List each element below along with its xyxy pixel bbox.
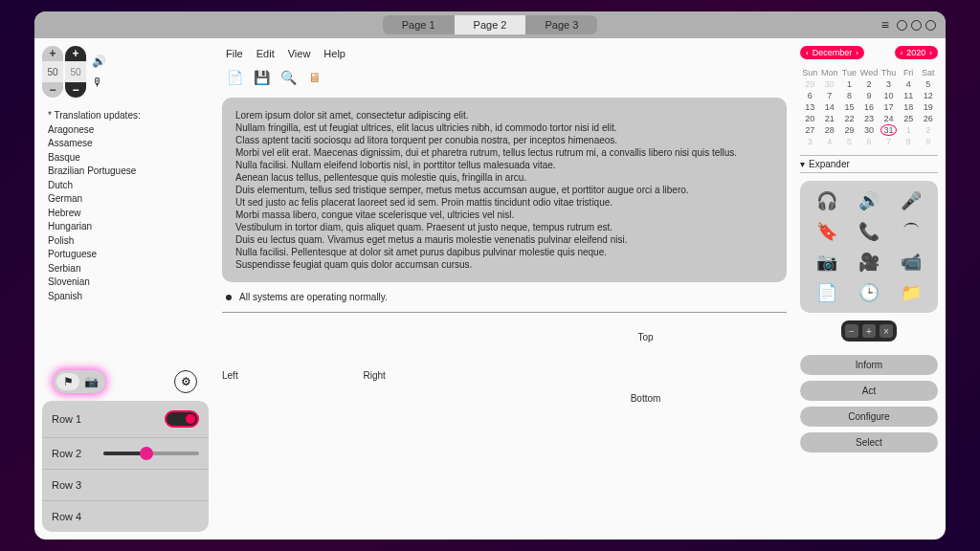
microphone-icon[interactable]: 🎤 — [901, 190, 922, 211]
expander-header[interactable]: ▾ Expander — [800, 155, 938, 173]
camera-icon[interactable]: 📷 — [816, 252, 837, 273]
year-next-button[interactable]: › — [929, 49, 932, 57]
menu-help[interactable]: Help — [323, 48, 345, 59]
row-4[interactable]: Row 4 — [42, 501, 209, 532]
spinner-dark-plus[interactable]: + — [65, 46, 86, 61]
year-prev-button[interactable]: ‹ — [901, 49, 903, 57]
configure-button[interactable]: Configure — [800, 407, 938, 427]
camera-icon[interactable]: 📷 — [79, 373, 102, 390]
list-item[interactable]: Basque — [48, 151, 203, 165]
hangup-icon[interactable]: ⏜ — [903, 221, 919, 242]
calendar-day[interactable]: 14 — [820, 101, 840, 113]
calendar-day[interactable]: 1 — [839, 78, 859, 90]
document-icon[interactable]: 📄 — [224, 67, 245, 88]
month-next-button[interactable]: › — [856, 49, 858, 57]
list-item[interactable]: Serbian — [48, 262, 203, 276]
calendar-day[interactable]: 23 — [859, 113, 880, 124]
window-close-button[interactable] — [925, 20, 936, 31]
calendar-day[interactable]: 6 — [859, 136, 880, 147]
list-item[interactable]: Slovenian — [48, 276, 203, 290]
calendar-day[interactable]: 26 — [918, 113, 938, 124]
row-2-slider[interactable] — [103, 452, 199, 455]
tab-page-1[interactable]: Page 1 — [383, 15, 455, 34]
window-max-button[interactable] — [911, 20, 922, 31]
menu-view[interactable]: View — [288, 48, 311, 59]
list-item[interactable]: Dutch — [48, 179, 203, 193]
movie-icon[interactable]: 🎥 — [858, 252, 880, 273]
calendar-day[interactable]: 17 — [879, 101, 899, 113]
volume-icon[interactable]: 🔊 — [858, 190, 880, 211]
list-item[interactable]: Portuguese — [48, 248, 203, 262]
calendar-day[interactable]: 21 — [820, 113, 840, 124]
menu-file[interactable]: File — [226, 48, 243, 59]
calendar-day[interactable]: 5 — [839, 136, 859, 147]
calendar-day[interactable]: 20 — [800, 113, 820, 124]
folder-icon[interactable]: 📁 — [901, 282, 922, 303]
calendar-day[interactable]: 19 — [918, 101, 938, 113]
calendar-day[interactable]: 15 — [839, 101, 859, 113]
calendar-day[interactable]: 12 — [918, 90, 938, 101]
row-2[interactable]: Row 2 — [42, 438, 209, 470]
calendar-day[interactable]: 6 — [800, 90, 820, 101]
calendar-day[interactable]: 1 — [899, 124, 919, 136]
list-item[interactable]: Brazilian Portuguese — [48, 165, 203, 179]
plus-button[interactable]: + — [862, 324, 876, 338]
calendar-day[interactable]: 3 — [800, 136, 820, 147]
calendar-day[interactable]: 31 — [879, 124, 899, 136]
calendar-day[interactable]: 16 — [859, 101, 880, 113]
calendar-day[interactable]: 29 — [800, 78, 820, 90]
calendar-day[interactable]: 3 — [879, 78, 899, 90]
select-button[interactable]: Select — [800, 432, 938, 452]
list-item[interactable]: Polish — [48, 234, 203, 249]
calendar-day[interactable]: 22 — [839, 113, 859, 124]
calendar-day[interactable]: 28 — [820, 124, 840, 136]
bookmark-add-icon[interactable]: 🔖 — [816, 221, 837, 242]
row-1[interactable]: Row 1 — [42, 401, 209, 438]
list-item[interactable]: German — [48, 192, 203, 207]
calendar-day[interactable]: 25 — [899, 113, 919, 124]
headphones-icon[interactable]: 🎧 — [816, 190, 837, 211]
minus-button[interactable]: − — [845, 324, 858, 338]
calendar-day[interactable]: 10 — [879, 90, 899, 101]
flag-icon[interactable]: ⚑ — [56, 373, 79, 390]
list-item[interactable]: Hungarian — [48, 220, 203, 234]
calendar-day[interactable]: 30 — [820, 78, 840, 90]
list-item[interactable]: Hebrew — [48, 207, 203, 221]
tab-page-2[interactable]: Page 2 — [455, 15, 526, 34]
inform-button[interactable]: Inform — [800, 355, 938, 375]
speaker-icon[interactable]: 🔊 — [92, 55, 106, 68]
spinner-light-minus[interactable]: − — [42, 82, 63, 98]
mic-icon[interactable]: 🎙 — [92, 76, 106, 89]
video-icon[interactable]: 📹 — [901, 252, 922, 273]
act-button[interactable]: Act — [800, 381, 938, 401]
calendar-day[interactable]: 4 — [820, 136, 840, 147]
close-button[interactable]: × — [880, 324, 893, 338]
calendar-day[interactable]: 8 — [899, 136, 919, 147]
calendar-day[interactable]: 29 — [839, 124, 859, 136]
monitor-icon[interactable]: 🖥 — [304, 67, 325, 88]
calendar-day[interactable]: 7 — [820, 90, 840, 101]
calendar-day[interactable]: 5 — [918, 78, 938, 90]
calendar-day[interactable]: 27 — [800, 124, 820, 136]
month-prev-button[interactable]: ‹ — [806, 49, 809, 57]
calendar-day[interactable]: 24 — [879, 113, 899, 124]
list-item[interactable]: Spanish — [48, 290, 203, 304]
calendar-day[interactable]: 8 — [839, 90, 859, 101]
spinner-light-plus[interactable]: + — [42, 46, 63, 61]
spinner-dark-minus[interactable]: − — [65, 82, 86, 98]
clock-icon[interactable]: 🕒 — [858, 282, 880, 303]
phone-icon[interactable]: 📞 — [858, 221, 880, 242]
hamburger-icon[interactable]: ≡ — [881, 17, 889, 33]
row-1-switch[interactable] — [165, 410, 199, 428]
calendar-day[interactable]: 7 — [879, 136, 899, 147]
menu-edit[interactable]: Edit — [256, 48, 275, 59]
search-icon[interactable]: 🔍 — [278, 67, 299, 88]
calendar-day[interactable]: 30 — [859, 124, 880, 136]
calendar-day[interactable]: 9 — [859, 90, 880, 101]
window-min-button[interactable] — [897, 20, 907, 31]
calendar-day[interactable]: 11 — [899, 90, 919, 101]
calendar-day[interactable]: 2 — [918, 124, 938, 136]
list-item[interactable]: Aragonese — [48, 123, 203, 138]
calendar-day[interactable]: 9 — [918, 136, 938, 147]
gear-icon[interactable]: ⚙ — [174, 370, 197, 393]
